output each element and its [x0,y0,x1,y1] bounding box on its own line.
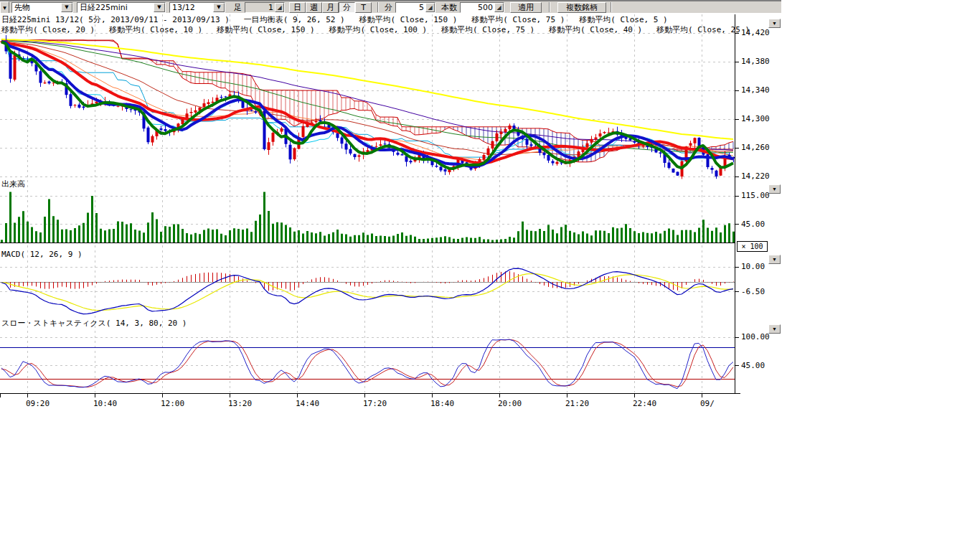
contract-combo-value: 13/12 [170,3,213,12]
application-window: ▼ 先物 ▼ 日経225mini ▼ 13/12 ▼ 足 1 ◢ 日 週 月 分… [0,0,980,551]
market-combo[interactable]: 先物 ▼ [11,2,73,13]
time-axis-label: 20:00 [498,399,522,408]
period-minute-button[interactable]: 分 [339,2,355,13]
market-combo-value: 先物 [12,3,61,12]
chart-area: 日経225mini 13/12( 5分, 2013/09/11 - 2013/0… [0,13,789,443]
minute-label: 分 [385,2,392,13]
time-axis-label: 14:40 [296,399,319,408]
chevron-down-icon: ▼ [772,257,777,262]
symbol-combo-value: 日経225mini [77,3,154,12]
stoch-axis-label: 100.00 [741,332,770,342]
spinner-icon[interactable]: ◢ [275,3,284,12]
volume-multiplier-badge: × 100 [737,241,768,252]
stoch-axis-label: 45.00 [741,361,765,370]
stoch-panel-collapse-button[interactable]: ▼ [768,324,781,334]
contract-combo[interactable]: 13/12 ▼ [169,2,225,13]
volume-axis-label: 115.00 [741,191,770,200]
period-day-button[interactable]: 日 [289,2,306,13]
chevron-down-icon: ▼ [772,21,777,26]
macd-panel-collapse-button[interactable]: ▼ [768,255,781,264]
toolbar-separator [377,2,379,12]
price-axis-label: 14,380 [741,57,770,66]
time-axis-label: 09/ [700,399,715,408]
toolbar-separator [549,2,550,12]
bar-count-value: 500 [461,3,494,12]
period-week-button[interactable]: 週 [306,2,322,13]
bar-unit-stepper[interactable]: 1 ◢ [245,2,285,13]
macd-panel-label: MACD( 12, 26, 9 ) [1,250,83,259]
minute-stepper[interactable]: 5 ◢ [395,2,435,13]
price-axis-label: 14,300 [741,114,770,123]
chevron-down-icon: ▼ [3,5,6,10]
spinner-icon[interactable]: ◢ [425,3,435,12]
volume-panel-label: 出来高 [1,179,25,189]
price-axis-label: 14,260 [741,143,770,152]
symbol-combo[interactable]: 日経225mini ▼ [77,2,166,13]
price-panel-collapse-button[interactable]: ▼ [768,19,781,28]
minute-value: 5 [396,3,425,12]
bar-count-stepper[interactable]: 500 ◢ [460,2,504,13]
price-axis-label: 14,420 [741,28,770,37]
time-axis-label: 18:40 [430,399,454,408]
chevron-down-icon: ▼ [772,187,777,192]
stochastics-panel-label: スロー・ストキャスティクス( 14, 3, 80, 20 ) [1,318,187,329]
volume-axis-label: 45.00 [741,220,765,229]
chart-legend-row1: 日経225mini 13/12( 5分, 2013/09/11 - 2013/0… [1,15,668,24]
price-axis-label: 14,220 [741,171,770,181]
macd-axis-label: -6.50 [741,287,765,296]
time-axis-label: 22:40 [633,399,656,408]
time-axis-label: 09:20 [26,399,50,408]
time-axis-label: 13:20 [228,399,252,408]
chevron-down-icon[interactable]: ▼ [61,3,72,12]
apply-button[interactable]: 適用 [510,2,542,13]
time-axis-label: 10:40 [93,399,117,408]
bar-type-label: 足 [234,2,242,13]
macd-axis-label: 10.00 [741,262,765,271]
spinner-icon[interactable]: ◢ [494,3,504,12]
chevron-down-icon: ▼ [772,326,777,331]
toolbar-separator [611,2,612,12]
price-axis-label: 14,340 [741,85,770,95]
price-chart-canvas[interactable] [0,13,782,433]
bar-count-label: 本数 [441,2,457,13]
chevron-down-icon[interactable]: ▼ [213,3,225,12]
time-axis-label: 17:20 [363,399,387,408]
chevron-down-icon[interactable]: ▼ [154,3,165,12]
time-axis-label: 12:00 [161,399,184,408]
bar-unit-value: 1 [245,3,275,12]
period-month-button[interactable]: 月 [322,2,339,13]
left-combo-stub[interactable]: ▼ [0,1,9,14]
volume-panel-collapse-button[interactable]: ▼ [768,184,781,194]
time-axis-label: 21:20 [565,399,589,408]
period-tick-button[interactable]: T [355,2,372,13]
multi-symbol-button[interactable]: 複数銘柄 [557,2,606,13]
toolbar: ▼ 先物 ▼ 日経225mini ▼ 13/12 ▼ 足 1 ◢ 日 週 月 分… [0,0,781,13]
chart-legend-row2: 移動平均( Close, 20 ) 移動平均( Close, 10 ) 移動平均… [1,25,750,34]
